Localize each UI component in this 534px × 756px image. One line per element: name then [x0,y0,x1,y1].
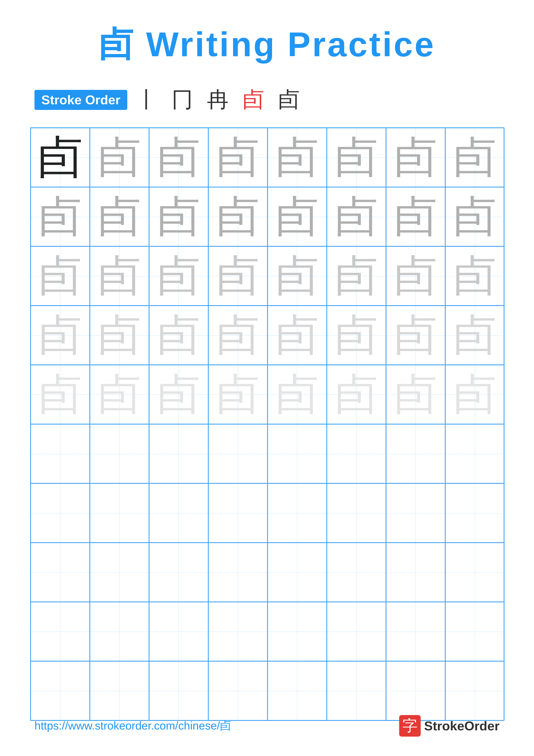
grid-cell[interactable] [445,602,504,661]
grid-cell[interactable] [208,543,267,602]
footer-logo-char: 字 [402,716,418,736]
grid-cell[interactable]: 卣 [445,246,504,306]
page-title: 卣 Writing Practice [99,21,436,68]
grid-cell[interactable] [327,661,386,720]
grid-char: 卣 [38,314,82,357]
grid-cell[interactable] [90,424,149,483]
grid-cell[interactable] [386,602,445,661]
grid-cell[interactable]: 卣 [149,306,208,365]
grid-char: 卣 [216,195,259,238]
grid-cell[interactable] [90,661,149,720]
grid-cell[interactable] [386,424,445,483]
grid-cell[interactable] [445,424,504,483]
grid-cell[interactable]: 卣 [327,187,386,246]
grid-cell[interactable] [208,483,267,543]
grid-cell[interactable] [31,424,90,483]
grid-cell[interactable]: 卣 [208,128,267,187]
grid-cell[interactable]: 卣 [31,306,90,365]
grid-cell[interactable]: 卣 [445,187,504,246]
grid-cell[interactable]: 卣 [149,187,208,246]
grid-char: 卣 [157,373,200,416]
grid-cell[interactable] [386,483,445,543]
grid-char: 卣 [335,195,378,238]
grid-cell[interactable] [208,661,267,720]
grid-cell[interactable]: 卣 [386,306,445,365]
grid-cell[interactable] [327,483,386,543]
stroke-2: 冂 [171,88,197,112]
grid-cell[interactable] [90,602,149,661]
grid-cell[interactable] [149,483,208,543]
grid-cell[interactable]: 卣 [327,246,386,306]
grid-cell[interactable] [267,661,327,720]
grid-cell[interactable]: 卣 [327,128,386,187]
grid-cell[interactable] [149,543,208,602]
grid-cell[interactable] [149,602,208,661]
grid-cell[interactable]: 卣 [149,128,208,187]
grid-cell[interactable]: 卣 [386,187,445,246]
grid-cell[interactable] [267,483,327,543]
grid-cell[interactable] [445,661,504,720]
grid-cell[interactable]: 卣 [149,246,208,306]
grid-cell[interactable] [445,543,504,602]
grid-cell[interactable] [386,661,445,720]
grid-cell[interactable]: 卣 [208,187,267,246]
grid-cell[interactable] [90,543,149,602]
grid-cell[interactable]: 卣 [208,306,267,365]
grid-cell[interactable] [386,543,445,602]
grid-cell[interactable] [90,483,149,543]
grid-cell[interactable]: 卣 [327,365,386,424]
grid-cell[interactable]: 卣 [31,246,90,306]
grid-cell[interactable]: 卣 [90,365,149,424]
grid-char: 卣 [216,136,259,179]
grid-cell[interactable]: 卣 [31,128,90,187]
grid-char: 卣 [157,195,200,238]
grid-cell[interactable]: 卣 [208,246,267,306]
grid-char: 卣 [216,255,259,298]
grid-cell[interactable]: 卣 [90,187,149,246]
stroke-4: 卣 [242,88,268,112]
footer-logo-icon: 字 [399,715,421,737]
grid-cell[interactable]: 卣 [386,246,445,306]
grid-cell[interactable] [31,483,90,543]
grid-cell[interactable] [267,424,327,483]
grid-cell[interactable] [31,543,90,602]
grid-cell[interactable]: 卣 [267,365,327,424]
grid-char: 卣 [98,195,141,238]
grid-cell[interactable] [31,602,90,661]
grid-cell[interactable] [267,602,327,661]
grid-cell[interactable] [208,424,267,483]
grid-cell[interactable]: 卣 [267,246,327,306]
grid-cell[interactable]: 卣 [386,128,445,187]
grid-cell[interactable] [267,543,327,602]
footer-url[interactable]: https://www.strokeorder.com/chinese/卣 [35,718,231,733]
grid-cell[interactable] [445,483,504,543]
grid-char: 卣 [453,373,496,416]
grid-cell[interactable]: 卣 [208,365,267,424]
grid-char: 卣 [157,255,200,298]
grid-cell[interactable]: 卣 [267,306,327,365]
grid-cell[interactable]: 卣 [445,128,504,187]
grid-cell[interactable]: 卣 [327,306,386,365]
grid-cell[interactable]: 卣 [149,365,208,424]
grid-cell[interactable]: 卣 [31,187,90,246]
grid-cell[interactable] [327,602,386,661]
grid-cell[interactable]: 卣 [31,365,90,424]
grid-cell[interactable] [149,424,208,483]
grid-cell[interactable] [327,543,386,602]
grid-cell[interactable]: 卣 [90,246,149,306]
grid-cell[interactable]: 卣 [90,128,149,187]
grid-cell[interactable] [327,424,386,483]
grid-cell[interactable]: 卣 [267,128,327,187]
grid-char: 卣 [335,136,378,179]
grid-cell[interactable]: 卣 [267,187,327,246]
grid-cell[interactable] [31,661,90,720]
grid-cell[interactable]: 卣 [90,306,149,365]
grid-char: 卣 [394,195,437,238]
grid-char: 卣 [394,136,437,179]
grid-char: 卣 [98,314,141,357]
grid-cell[interactable] [208,602,267,661]
grid-cell[interactable] [149,661,208,720]
grid-cell[interactable]: 卣 [445,306,504,365]
grid-cell[interactable]: 卣 [445,365,504,424]
grid-cell[interactable]: 卣 [386,365,445,424]
